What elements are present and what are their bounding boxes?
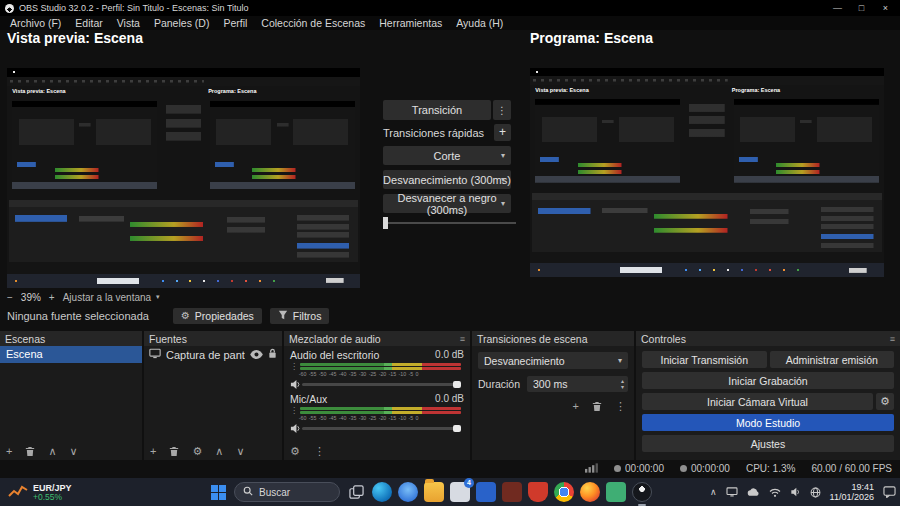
start-streaming-button[interactable]: Iniciar Transmisión	[642, 351, 767, 368]
chrome-browser-icon[interactable]	[554, 482, 574, 502]
scenes-dock-title: Escenas	[5, 333, 45, 345]
transition-button[interactable]: Transición	[383, 100, 491, 120]
zoom-out-button[interactable]: −	[7, 292, 13, 303]
add-quick-transition-button[interactable]: +	[494, 124, 511, 141]
quick-transition-fade[interactable]: Desvanecimiento (300ms) ▾	[383, 170, 511, 189]
zoom-in-button[interactable]: +	[49, 292, 55, 303]
duration-spinner[interactable]: 300 ms ▴ ▾	[527, 376, 628, 392]
task-view-button[interactable]	[346, 482, 366, 502]
menu-item-perfil[interactable]: Perfil	[216, 17, 254, 29]
studio-mode-button[interactable]: Modo Estudio	[642, 414, 894, 431]
app-icon-dark-red[interactable]	[502, 482, 522, 502]
menu-item-coleccion-escenas[interactable]: Colección de Escenas	[254, 17, 372, 29]
fit-to-window-dropdown[interactable]: Ajustar a la ventana ▾	[63, 292, 160, 303]
visibility-eye-icon[interactable]	[250, 349, 263, 361]
remove-transition-button[interactable]	[592, 400, 602, 412]
tray-monitor-icon[interactable]	[726, 487, 738, 497]
mixer-settings-gear-button[interactable]: ⚙	[290, 445, 300, 457]
program-canvas[interactable]: Vista previa: Escena Programa: Escena	[530, 68, 884, 277]
tray-volume-icon[interactable]	[790, 487, 801, 497]
chevron-down-icon: ▾	[501, 175, 505, 184]
app-icon-blue[interactable]	[398, 482, 418, 502]
firefox-browser-icon[interactable]	[580, 482, 600, 502]
add-transition-button[interactable]: +	[573, 400, 579, 412]
menu-item-herramientas[interactable]: Herramientas	[372, 17, 449, 29]
file-explorer-icon[interactable]	[424, 482, 444, 502]
lock-icon[interactable]	[268, 348, 277, 361]
remove-scene-button[interactable]	[25, 446, 35, 457]
dock-menu-icon[interactable]: ≡	[890, 334, 895, 344]
spinner-arrows[interactable]: ▴ ▾	[621, 378, 624, 390]
menu-item-editar[interactable]: Editar	[68, 17, 109, 29]
volume-slider-handle[interactable]	[453, 425, 461, 432]
chevron-down-icon: ▾	[618, 356, 622, 365]
app-icon-green[interactable]	[606, 482, 626, 502]
start-virtual-camera-button[interactable]: Iniciar Cámara Virtual	[642, 393, 873, 410]
quick-transition-fade-to-black[interactable]: Desvanecer a negro (300ms) ▾	[383, 194, 511, 213]
volume-slider[interactable]	[302, 383, 461, 386]
speaker-icon[interactable]	[290, 423, 302, 434]
taskbar-search[interactable]: Buscar	[234, 482, 340, 502]
filters-button[interactable]: Filtros	[270, 308, 330, 324]
menu-item-ayuda[interactable]: Ayuda (H)	[449, 17, 510, 29]
mini-status-bar	[7, 264, 360, 274]
channel-menu-button[interactable]: ⋮	[290, 362, 300, 371]
add-scene-button[interactable]: +	[6, 445, 12, 457]
virtual-camera-settings-button[interactable]: ⚙	[876, 393, 894, 410]
tray-cloud-icon[interactable]	[747, 488, 760, 497]
app-icon-blue-square[interactable]	[476, 482, 496, 502]
tray-wifi-icon[interactable]	[769, 488, 781, 497]
stocks-widget[interactable]: EUR/JPY +0.55%	[0, 478, 80, 506]
dock-menu-icon[interactable]: ≡	[460, 334, 465, 344]
transition-row: Transición ⋮	[383, 100, 511, 120]
notifications-button[interactable]	[883, 486, 896, 498]
antivirus-shield-icon[interactable]	[528, 482, 548, 502]
quick-transition-cut[interactable]: Corte ▾	[383, 146, 511, 165]
mixer-menu-button[interactable]: ⋮	[314, 445, 325, 457]
scene-item-selected[interactable]: Escena	[0, 346, 142, 363]
obs-taskbar-icon[interactable]	[632, 482, 652, 502]
remove-source-button[interactable]	[169, 446, 179, 457]
transition-properties-button[interactable]: ⋮	[615, 400, 626, 412]
move-scene-up-button[interactable]: ∧	[48, 445, 56, 457]
sources-dock-body: Captura de pantalla + ⚙ ∧ ∨	[144, 346, 282, 460]
quick-transitions-row: Transiciones rápidas +	[383, 124, 511, 141]
manage-broadcast-button[interactable]: Administrar emisión	[770, 351, 895, 368]
volume-slider-handle[interactable]	[453, 381, 461, 388]
move-source-up-button[interactable]: ∧	[215, 445, 223, 457]
spin-down-icon[interactable]: ▾	[621, 384, 624, 390]
minimize-button[interactable]: —	[828, 0, 847, 16]
add-source-button[interactable]: +	[150, 445, 156, 457]
menu-item-paneles[interactable]: Paneles (D)	[147, 17, 216, 29]
preview-canvas[interactable]: Vista previa: Escena Programa: Escena	[7, 68, 360, 288]
transition-options-button[interactable]: ⋮	[493, 100, 511, 120]
tray-chevron-icon[interactable]: ∧	[710, 487, 717, 497]
scenes-dock-body: Escena + ∧ ∨	[0, 346, 142, 460]
app-icon-with-badge[interactable]: 4	[450, 482, 470, 502]
start-button[interactable]	[208, 482, 228, 502]
volume-meter	[300, 407, 461, 414]
move-source-down-button[interactable]: ∨	[236, 445, 244, 457]
settings-button[interactable]: Ajustes	[642, 435, 894, 452]
channel-menu-button[interactable]: ⋮	[290, 406, 300, 415]
transition-type-dropdown[interactable]: Desvanecimiento ▾	[478, 352, 628, 369]
search-placeholder: Buscar	[259, 487, 290, 498]
program-heading: Programa: Escena	[530, 30, 653, 46]
taskbar-clock[interactable]: 19:41 11/01/2026	[830, 482, 874, 502]
transition-panel-scrollbar[interactable]	[383, 217, 516, 229]
source-item[interactable]: Captura de pantalla	[144, 346, 282, 363]
filter-icon	[278, 310, 288, 322]
start-recording-button[interactable]: Iniciar Grabación	[642, 372, 894, 389]
tray-language-icon[interactable]	[810, 487, 821, 498]
display-capture-icon	[149, 348, 161, 361]
menu-item-vista[interactable]: Vista	[110, 17, 147, 29]
maximize-button[interactable]: □	[852, 0, 871, 16]
speaker-icon[interactable]	[290, 379, 302, 390]
volume-slider[interactable]	[302, 427, 461, 430]
move-scene-down-button[interactable]: ∨	[70, 445, 78, 457]
properties-button[interactable]: ⚙ Propiedades	[173, 308, 262, 324]
menu-item-archivo[interactable]: Archivo (F)	[3, 17, 68, 29]
edge-browser-icon[interactable]	[372, 482, 392, 502]
source-properties-gear-button[interactable]: ⚙	[192, 445, 202, 457]
close-button[interactable]: ×	[876, 0, 895, 16]
